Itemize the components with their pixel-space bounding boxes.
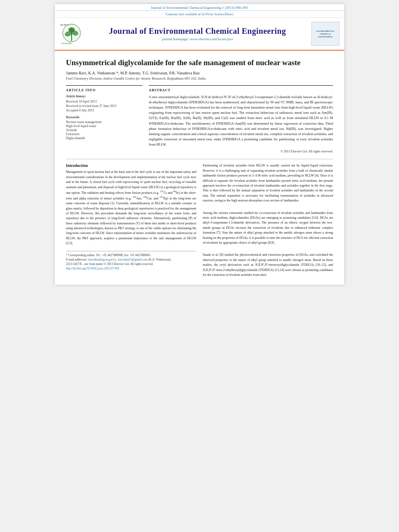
content-area: Unsymmetrical diglycolamide for the safe… — [55, 51, 344, 285]
section-divider — [66, 159, 333, 159]
authors-line: Jammu Ravi, K.A. Venkatesan *, M.P. Anto… — [66, 71, 333, 75]
doi-text[interactable]: http://dx.doi.org/10.1016/j.jece.2013.07… — [66, 267, 196, 270]
keyword-1: Nuclear waste management — [66, 120, 142, 124]
intro-right-text-3: Sasaki et al. [8] studied the physicoche… — [203, 253, 333, 277]
journal-logo-right: ENVIRONMENTALCHEMICALENGINEERING — [311, 22, 339, 46]
article-info-heading: Article Info — [66, 88, 142, 92]
homepage-url[interactable]: www.elsevier.com/locate/jece — [190, 37, 233, 41]
email-2[interactable]: kavenkat12@gmail.com — [118, 258, 148, 261]
footnote-section: * Corresponding author. Tel.: +91 442748… — [66, 251, 196, 270]
issn-text: 2213-3437/$ – see front matter © 2013 El… — [66, 262, 196, 266]
authors-text: Jammu Ravi, K.A. Venkatesan *, M.P. Anto… — [66, 71, 200, 75]
footnote-star: * Corresponding author. Tel.: +91 442748… — [66, 253, 196, 257]
accepted-date: Accepted 4 July 2013 — [66, 109, 142, 112]
article-title: Unsymmetrical diglycolamide for the safe… — [66, 58, 333, 68]
received-date: Received 19 April 2013 — [66, 100, 142, 103]
sciverse-bar: Contents lists available at SciVerse Sci… — [55, 11, 344, 18]
footnote-email: E-mail addresses: kavenkat@igcar.gov.in … — [66, 258, 196, 261]
keyword-5: Diglycolamide — [66, 136, 142, 140]
svg-point-6 — [68, 27, 75, 32]
copyright: © 2013 Elsevier Ltd. All rights reserved… — [149, 150, 333, 153]
intro-right-text: Partitioning of trivalent actinides from… — [203, 163, 333, 203]
journal-citation: Journal of Environmental Chemical Engine… — [151, 6, 248, 10]
email-label: E-mail addresses: — [66, 258, 88, 261]
article-info-abstract: Article Info Article history: Received 1… — [66, 85, 333, 154]
journal-title-center: Journal of Environmental Chemical Engine… — [88, 27, 307, 41]
abstract-col: Abstract A new unsymmetrical diglycolami… — [149, 85, 333, 154]
body-left-col: Introduction Management of spent nuclear… — [66, 163, 196, 277]
intro-left-text: Management of spent nuclear fuel at the … — [66, 170, 196, 246]
keyword-2: High-level liquid waste — [66, 124, 142, 128]
journal-banner: ELSEVIER ELSEVIER Journal of Environment… — [55, 18, 344, 51]
history-label: Article history: — [66, 94, 142, 98]
abstract-heading: Abstract — [149, 88, 333, 92]
body-right-col: Partitioning of trivalent actinides from… — [203, 163, 333, 277]
intro-right-text-2: Among the various extractants studied fo… — [203, 211, 333, 246]
journal-homepage: journal homepage: www.elsevier.com/locat… — [88, 37, 307, 41]
journal-name: Journal of Environmental Chemical Engine… — [88, 27, 307, 36]
article-info-col: Article Info Article history: Received 1… — [66, 85, 142, 154]
email-1[interactable]: kavenkat@igcar.gov.in — [88, 258, 116, 261]
journal-header-bar: Journal of Environmental Chemical Engine… — [55, 4, 344, 11]
homepage-label: journal homepage: — [162, 37, 190, 41]
body-columns: Introduction Management of spent nuclear… — [66, 163, 333, 277]
abstract-text: A new unsymmetrical diglycolamide, N,N-d… — [149, 94, 333, 148]
keyword-4: Extraction — [66, 132, 142, 136]
intro-heading: Introduction — [66, 163, 196, 168]
keywords-label: Keywords: — [66, 115, 142, 119]
keyword-3: Actinide — [66, 128, 142, 132]
svg-text:ELSEVIER: ELSEVIER — [61, 42, 72, 45]
elsevier-logo: ELSEVIER ELSEVIER — [60, 21, 84, 47]
revised-date: Received in revised form 27 June 2013 — [66, 104, 142, 108]
page: Journal of Environmental Chemical Engine… — [55, 4, 344, 285]
affiliation: Fuel Chemistry Division, Indira Gandhi C… — [66, 76, 333, 80]
email-suffix: (K.A. Venkatesan). — [148, 258, 171, 261]
sciverse-link[interactable]: SciVerse ScienceDirect — [202, 12, 234, 16]
sciverse-text: Contents lists available at — [166, 12, 202, 16]
